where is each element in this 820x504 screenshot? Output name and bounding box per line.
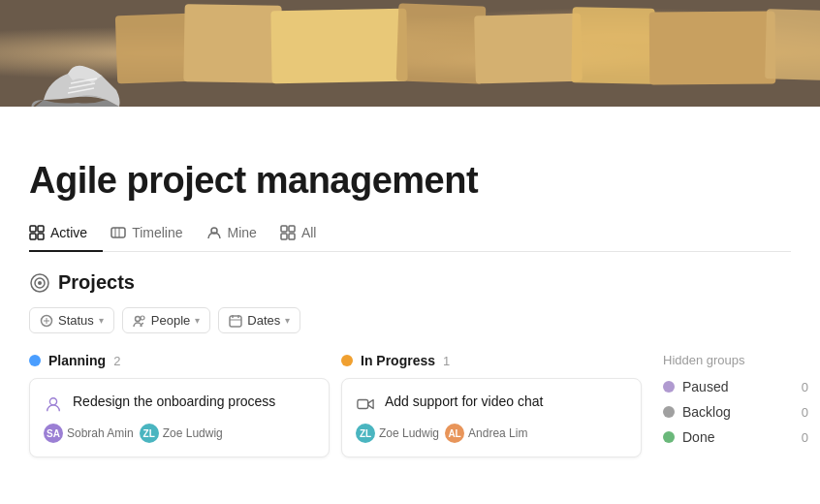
backlog-label: Backlog	[682, 404, 731, 420]
card-video-title: Add support for video chat	[385, 393, 543, 412]
assignee-zoe1: ZL Zoe Ludwig	[140, 424, 223, 443]
svg-rect-2	[38, 226, 44, 232]
column-planning: Planning 2 Redesign the onboarding proce…	[29, 353, 330, 457]
assignee-andrea: AL Andrea Lim	[445, 424, 527, 443]
tabs-bar: Active Timeline Mine	[29, 217, 791, 252]
kanban-area: Planning 2 Redesign the onboarding proce…	[29, 353, 791, 457]
tab-all[interactable]: All	[280, 217, 332, 252]
backlog-dot	[663, 406, 675, 418]
task-type-icon	[44, 394, 63, 414]
column-planning-header: Planning 2	[29, 353, 330, 368]
avatar-zoe2: ZL	[356, 424, 375, 443]
page-title: Agile project management	[29, 160, 791, 202]
planning-count: 2	[113, 354, 120, 368]
column-inprogress-header: In Progress 1	[341, 353, 642, 368]
hidden-groups-title: Hidden groups	[663, 353, 808, 367]
inprogress-count: 1	[443, 354, 450, 368]
video-type-icon	[356, 394, 375, 414]
assignee-zoe1-name: Zoe Ludwig	[163, 426, 223, 440]
timeline-tab-icon	[110, 225, 126, 240]
section-heading: Projects	[29, 271, 791, 294]
card-video-chat[interactable]: Add support for video chat ZL Zoe Ludwig…	[341, 378, 642, 457]
card-icon-row: Redesign the onboarding process	[44, 393, 315, 414]
tab-mine-label: Mine	[228, 225, 257, 240]
dates-chevron-icon: ▾	[285, 315, 290, 326]
assignee-andrea-name: Andrea Lim	[468, 426, 527, 440]
card-redesign-avatars: SA Sobrah Amin ZL Zoe Ludwig	[44, 424, 315, 443]
hidden-groups-panel: Hidden groups Paused 0 Backlog 0 Done 0	[663, 353, 808, 455]
active-tab-icon	[29, 225, 45, 240]
page-content: Agile project management Active	[0, 160, 820, 457]
done-label: Done	[682, 429, 714, 445]
all-tab-icon	[280, 225, 296, 240]
tab-active[interactable]: Active	[29, 217, 103, 252]
mine-tab-icon	[206, 225, 222, 240]
tab-timeline-label: Timeline	[132, 225, 182, 240]
backlog-count: 0	[802, 405, 808, 420]
header-banner	[0, 0, 820, 107]
svg-rect-4	[38, 234, 44, 239]
avatar-andrea: AL	[445, 424, 464, 443]
svg-rect-9	[281, 226, 287, 232]
svg-rect-24	[358, 400, 368, 409]
inprogress-title: In Progress	[361, 353, 435, 368]
projects-section-icon	[29, 272, 50, 294]
svg-rect-12	[289, 234, 295, 239]
tab-mine[interactable]: Mine	[206, 217, 272, 252]
paused-label: Paused	[682, 379, 728, 394]
status-chevron-icon: ▾	[99, 315, 104, 326]
done-dot	[663, 431, 675, 443]
people-filter[interactable]: People ▾	[122, 307, 210, 333]
paused-count: 0	[802, 380, 808, 394]
card-redesign-onboarding[interactable]: Redesign the onboarding process SA Sobra…	[29, 378, 330, 457]
avatar-zoe1: ZL	[140, 424, 159, 443]
hidden-group-done[interactable]: Done 0	[663, 429, 808, 445]
inprogress-dot	[341, 355, 353, 366]
done-count: 0	[802, 430, 808, 445]
status-filter[interactable]: Status ▾	[29, 307, 114, 333]
assignee-zoe2-name: Zoe Ludwig	[379, 426, 439, 440]
svg-rect-10	[289, 226, 295, 232]
card-video-avatars: ZL Zoe Ludwig AL Andrea Lim	[356, 424, 627, 443]
dates-filter[interactable]: Dates ▾	[218, 307, 300, 333]
assignee-zoe2: ZL Zoe Ludwig	[356, 424, 439, 443]
svg-rect-3	[30, 234, 36, 239]
card-redesign-title: Redesign the onboarding process	[73, 393, 275, 412]
tab-timeline[interactable]: Timeline	[110, 217, 198, 252]
svg-rect-1	[30, 226, 36, 232]
status-filter-label: Status	[58, 313, 94, 328]
svg-point-18	[141, 316, 144, 320]
card-video-icon-row: Add support for video chat	[356, 393, 627, 414]
people-filter-label: People	[151, 313, 190, 328]
svg-rect-5	[111, 228, 125, 237]
assignee-sobrah-name: Sobrah Amin	[67, 426, 134, 440]
hidden-group-backlog[interactable]: Backlog 0	[663, 404, 808, 420]
planning-title: Planning	[48, 353, 106, 368]
svg-point-17	[135, 316, 140, 321]
svg-point-23	[49, 398, 56, 405]
tab-active-label: Active	[50, 225, 87, 240]
svg-point-15	[38, 281, 42, 285]
people-chevron-icon: ▾	[195, 315, 200, 326]
hidden-group-paused[interactable]: Paused 0	[663, 379, 808, 394]
planning-dot	[29, 355, 41, 366]
paused-dot	[663, 381, 675, 393]
avatar-sobrah: SA	[44, 424, 63, 443]
svg-rect-11	[281, 234, 287, 239]
section-title: Projects	[58, 271, 135, 294]
shoe-illustration	[24, 47, 126, 107]
svg-rect-19	[230, 316, 241, 327]
tab-all-label: All	[301, 225, 317, 240]
assignee-sobrah: SA Sobrah Amin	[44, 424, 134, 443]
filter-row: Status ▾ People ▾ Dates ▾	[29, 307, 791, 333]
column-inprogress: In Progress 1 Add support for video chat	[341, 353, 642, 457]
dates-filter-label: Dates	[247, 313, 280, 328]
